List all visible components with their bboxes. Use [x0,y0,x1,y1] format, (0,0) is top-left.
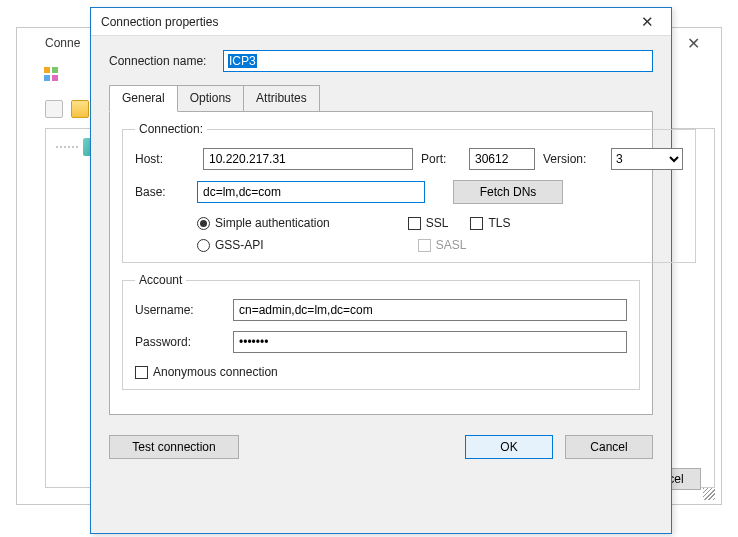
test-connection-button[interactable]: Test connection [109,435,239,459]
version-select[interactable]: 3 [611,148,683,170]
checkbox-icon [470,217,483,230]
tabstrip: General Options Attributes [109,84,653,111]
port-label: Port: [421,152,461,166]
svg-rect-0 [44,67,50,73]
connection-properties-dialog: Connection properties ✕ Connection name:… [90,7,672,534]
close-icon[interactable]: ✕ [629,13,665,31]
radio-gss-api[interactable]: GSS-API [197,238,264,252]
svg-rect-1 [52,67,58,73]
password-input[interactable] [233,331,627,353]
connection-fieldset: Connection: Host: Port: Version: 3 Base:… [122,122,696,263]
radio-dot-icon [197,217,210,230]
gss-label: GSS-API [215,238,264,252]
tab-panel-general: Connection: Host: Port: Version: 3 Base:… [109,111,653,415]
host-label: Host: [135,152,195,166]
base-input[interactable] [197,181,425,203]
connection-legend: Connection: [135,122,207,136]
checkbox-tls[interactable]: TLS [470,216,510,230]
connection-name-value: ICP3 [228,54,257,68]
host-input[interactable] [203,148,413,170]
checkbox-sasl: SASL [418,238,467,252]
tab-general[interactable]: General [109,85,178,112]
checkbox-icon [135,366,148,379]
cancel-button[interactable]: Cancel [565,435,653,459]
ssl-label: SSL [426,216,449,230]
connection-name-input[interactable]: ICP3 [223,50,653,72]
bg-toolbar [45,100,89,118]
tls-label: TLS [488,216,510,230]
checkbox-icon [408,217,421,230]
tab-attributes[interactable]: Attributes [243,85,320,112]
bg-close-icon[interactable]: ✕ [673,34,713,53]
dialog-footer: Test connection OK Cancel [91,425,671,459]
bg-tool-2[interactable] [71,100,89,118]
ok-button[interactable]: OK [465,435,553,459]
dialog-title: Connection properties [101,15,629,29]
radio-icon [197,239,210,252]
anonymous-label: Anonymous connection [153,365,278,379]
titlebar: Connection properties ✕ [91,8,671,36]
simple-auth-label: Simple authentication [215,216,330,230]
svg-rect-3 [52,75,58,81]
svg-rect-2 [44,75,50,81]
account-legend: Account [135,273,186,287]
bg-tool-1[interactable] [45,100,63,118]
username-input[interactable] [233,299,627,321]
resize-grip-icon[interactable] [703,488,715,500]
checkbox-anonymous[interactable]: Anonymous connection [135,365,627,379]
version-label: Version: [543,152,603,166]
radio-simple-auth[interactable]: Simple authentication [197,216,330,230]
tab-options[interactable]: Options [177,85,244,112]
checkbox-icon [418,239,431,252]
port-input[interactable] [469,148,535,170]
base-label: Base: [135,185,187,199]
account-fieldset: Account Username: Password: Anonymous co… [122,273,640,390]
connection-name-label: Connection name: [109,54,215,68]
sasl-label: SASL [436,238,467,252]
username-label: Username: [135,303,219,317]
fetch-dns-button[interactable]: Fetch DNs [453,180,563,204]
app-icon [43,66,59,85]
checkbox-ssl[interactable]: SSL [408,216,449,230]
password-label: Password: [135,335,219,349]
